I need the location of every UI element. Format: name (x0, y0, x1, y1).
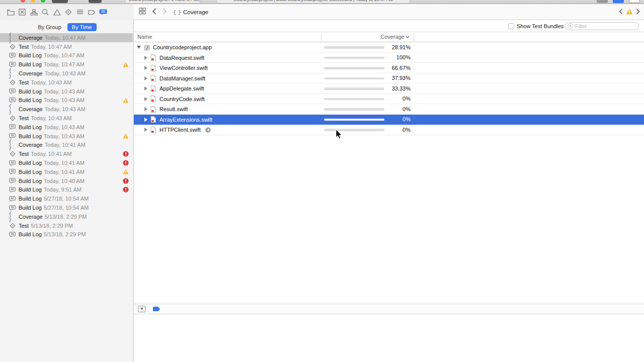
report-list-item-coverage[interactable]: { } Coverage Today, 10:43 AM (0, 105, 133, 114)
coverage-table-row[interactable]: Result.swift 0% (134, 104, 644, 115)
report-timestamp: Today, 10:41 AM (44, 169, 85, 175)
flag-icon[interactable] (152, 305, 160, 314)
report-list-item-coverage[interactable]: { } Coverage Today, 10:47 AM (0, 33, 133, 42)
goto-arrow-icon[interactable] (205, 127, 211, 133)
report-list-item-log[interactable]: Build Log Today, 10:47 AM (0, 51, 133, 60)
report-navigator-icon[interactable] (99, 8, 107, 16)
scheme-selector[interactable]: Countrycodeproject / iPhone 8 Plus (125, 0, 200, 4)
report-timestamp: Today, 10:43 AM (45, 106, 86, 112)
issue-warning-icon[interactable] (626, 8, 633, 17)
coverage-table-row[interactable]: ArrayExtensions.swift 0% (134, 115, 644, 125)
report-list-item-coverage[interactable]: { } Coverage 5/13/18, 2:29 PM (0, 212, 133, 221)
jump-bar-item-coverage[interactable]: { } Coverage (173, 9, 208, 15)
report-list-item-test[interactable]: Test 5/13/18, 2:29 PM (0, 221, 133, 230)
coverage-table-row[interactable]: DataManager.swift 37.93% (134, 73, 644, 84)
report-status-badge (123, 151, 129, 157)
report-list-item-log[interactable]: Build Log Today, 10:43 AM (0, 123, 133, 132)
assistant-editor-button[interactable] (613, 0, 624, 3)
related-items-icon[interactable] (139, 8, 146, 17)
disclosure-triangle-icon[interactable] (137, 46, 141, 49)
disclosure-triangle-icon[interactable] (144, 76, 147, 80)
show-test-bundles-checkbox[interactable] (508, 23, 514, 29)
previous-issue-button[interactable] (619, 8, 623, 17)
coverage-column-header[interactable]: Coverage (380, 34, 410, 40)
show-test-bundles-control[interactable]: Show Test Bundles (508, 20, 564, 32)
report-list-item-log[interactable]: Build Log Today, 10:43 AM (0, 87, 133, 96)
report-list-item-coverage[interactable]: { } Coverage Today, 10:41 AM (0, 141, 133, 150)
report-status-badge (123, 205, 129, 211)
report-list-item-log[interactable]: Build Log Today, 10:41 AM (0, 158, 133, 167)
debug-navigator-icon[interactable] (76, 8, 84, 16)
report-list-item-log[interactable]: Build Log Today, 10:40 AM (0, 176, 133, 186)
filter-input[interactable] (575, 23, 630, 29)
filter-bar-toggle-icon[interactable] (138, 306, 145, 312)
name-column-header[interactable]: Name (137, 34, 152, 40)
zoom-window-button[interactable] (41, 0, 45, 3)
report-name: Test (19, 44, 29, 50)
report-list-item-log[interactable]: Build Log 5/13/18, 2:29 PM (0, 230, 133, 239)
forward-button[interactable] (163, 8, 167, 17)
coverage-table-row[interactable]: HTTPClient.swift 0% (134, 125, 644, 135)
coverage-toolbar: Show Test Bundles (134, 20, 644, 32)
minimize-window-button[interactable] (31, 0, 35, 3)
breakpoint-navigator-icon[interactable] (88, 8, 96, 16)
disclosure-triangle-icon[interactable] (144, 118, 147, 122)
report-list-item-log[interactable]: Build Log Today, 10:43 AM (0, 132, 133, 141)
report-timestamp: Today, 10:43 AM (31, 115, 71, 121)
file-icon (144, 44, 150, 51)
issue-navigator-icon[interactable] (53, 8, 61, 16)
coverage-table-row[interactable]: ViewController.swift 66.67% (134, 63, 644, 73)
test-navigator-icon[interactable] (64, 8, 72, 16)
report-type-icon (9, 115, 16, 121)
version-editor-button[interactable] (629, 0, 640, 3)
report-type-icon: { } (9, 106, 16, 112)
report-list-item-log[interactable]: Build Log Today, 10:47 AM (0, 60, 133, 69)
coverage-bar (324, 108, 384, 111)
filter-field[interactable] (565, 22, 639, 30)
report-timestamp: Today, 10:47 AM (44, 61, 85, 67)
report-type-icon (9, 124, 16, 130)
run-button[interactable] (52, 0, 68, 3)
report-name: Coverage (19, 35, 43, 41)
coverage-percent: 0% (403, 96, 411, 102)
next-issue-button[interactable] (636, 8, 640, 17)
report-list-item-coverage[interactable]: { } Coverage Today, 10:43 AM (0, 69, 133, 78)
disclosure-triangle-icon[interactable] (144, 56, 147, 60)
disclosure-triangle-icon[interactable] (144, 66, 147, 70)
file-icon (150, 65, 156, 71)
coverage-table-row[interactable]: CountryCode.swift 0% (134, 94, 644, 105)
sort-descending-icon (406, 36, 410, 38)
report-timestamp: 5/13/18, 2:29 PM (31, 223, 73, 229)
close-window-button[interactable] (21, 0, 25, 3)
report-list-item-log[interactable]: Build Log Today, 9:51 AM (0, 186, 133, 195)
project-navigator-icon[interactable] (7, 8, 15, 16)
source-control-navigator-icon[interactable] (18, 8, 26, 16)
find-navigator-icon[interactable] (41, 8, 49, 16)
by-time-segment[interactable]: By Time (67, 23, 97, 31)
report-list-item-test[interactable]: Test Today, 10:41 AM (0, 149, 133, 158)
disclosure-triangle-icon[interactable] (144, 107, 147, 111)
stop-button[interactable] (89, 0, 102, 3)
standard-editor-button[interactable] (597, 0, 608, 3)
report-type-icon (9, 52, 16, 58)
report-list-item-test[interactable]: Test Today, 10:43 AM (0, 78, 133, 87)
back-button[interactable] (152, 8, 156, 17)
report-status-badge (123, 88, 129, 95)
report-list-item-log[interactable]: Build Log 5/27/18, 10:54 AM (0, 203, 133, 212)
report-list-item-log[interactable]: Build Log Today, 10:43 AM (0, 96, 133, 105)
coverage-table-row[interactable]: Countrycodeproject.app 28.91% (134, 42, 644, 53)
report-list-item-test[interactable]: Test Today, 10:43 AM (0, 114, 133, 123)
report-status-badge (123, 169, 129, 175)
symbol-navigator-icon[interactable] (30, 8, 38, 16)
coverage-table-row[interactable]: AppDelegate.swift 33.33% (134, 83, 644, 94)
report-type-icon (9, 97, 16, 103)
report-list-item-log[interactable]: Build Log 5/27/18, 10:54 AM (0, 194, 133, 203)
disclosure-triangle-icon[interactable] (144, 128, 147, 132)
report-list-item-log[interactable]: Build Log Today, 10:41 AM (0, 167, 133, 176)
report-list-item-test[interactable]: Test Today, 10:47 AM (0, 42, 133, 51)
disclosure-triangle-icon[interactable] (144, 86, 147, 90)
by-group-segment[interactable]: By Group (37, 23, 62, 31)
disclosure-triangle-icon[interactable] (144, 97, 147, 101)
coverage-table-row[interactable]: DataRequest.swift 100% (134, 53, 644, 63)
report-name: Build Log (19, 97, 42, 103)
